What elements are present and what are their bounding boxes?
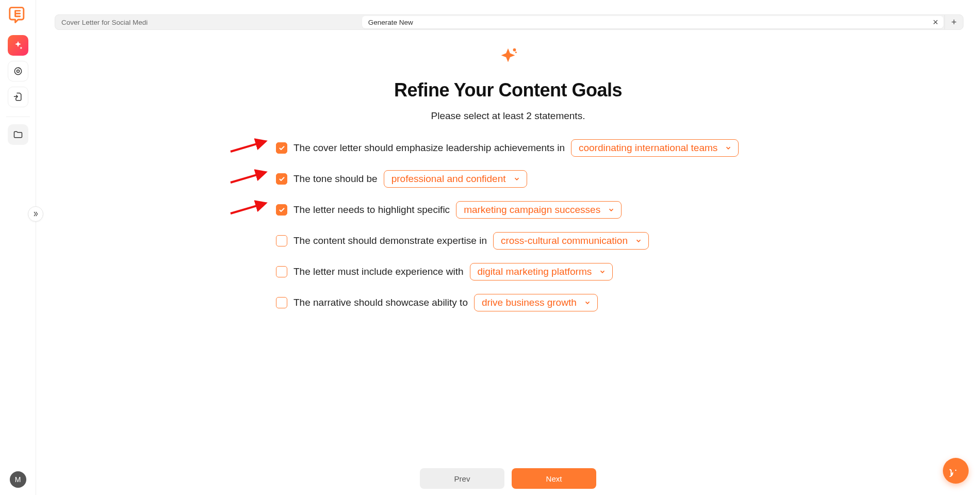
svg-point-3 [515,52,517,53]
dropdown-value: cross-cultural communication [501,235,628,246]
annotation-arrow [228,169,270,185]
statement-row: The tone should be professional and conf… [276,170,740,188]
annotation-arrow [228,138,270,154]
avatar-initial: M [15,475,21,484]
chevron-down-icon [608,206,615,213]
annotation-arrow [228,200,270,216]
dropdown-value: digital marketing platforms [478,266,592,277]
chevron-down-icon [513,175,520,183]
svg-point-0 [14,68,21,74]
svg-line-6 [231,203,266,213]
statement-row: The letter must include experience with … [276,263,740,280]
sidebar: M [0,0,36,495]
statement-checkbox[interactable] [276,266,287,277]
nav-export[interactable] [8,87,28,107]
dropdown-value: marketing campaign successes [464,204,600,216]
wizard-footer: Prev Next [36,468,980,489]
svg-point-2 [513,48,516,52]
statement-row: The content should demonstrate expertise… [276,232,740,250]
nav-generate[interactable] [8,35,28,56]
statement-option-dropdown[interactable]: digital marketing platforms [470,263,613,280]
wizard-content: Refine Your Content Goals Please select … [36,30,980,495]
chevron-down-icon [599,268,606,275]
chevron-down-icon [725,144,732,152]
nav-history[interactable] [8,61,28,81]
tab-add-button[interactable]: + [944,15,963,29]
dropdown-value: drive business growth [482,297,577,308]
tabs-container: Cover Letter for Social Medi Generate Ne… [36,0,980,30]
help-fab[interactable] [943,458,969,484]
statement-text: The letter must include experience with [293,266,464,277]
sparkle-icon [496,45,520,69]
tab-cover-letter[interactable]: Cover Letter for Social Medi [55,15,361,29]
statement-text: The narrative should showcase ability to [293,297,468,308]
app-logo[interactable] [8,5,28,25]
statement-text: The letter needs to highlight specific [293,204,450,216]
next-button[interactable]: Next [512,468,596,489]
statement-checkbox[interactable] [276,173,287,185]
statements-list: The cover letter should emphasize leader… [276,139,740,311]
statement-checkbox[interactable] [276,204,287,216]
tab-close-icon[interactable]: × [933,18,938,27]
chevron-down-icon [635,237,642,244]
svg-point-7 [955,470,956,471]
statement-option-dropdown[interactable]: cross-cultural communication [493,232,649,250]
sidebar-divider [6,117,30,117]
user-avatar[interactable]: M [10,471,26,488]
page-title: Refine Your Content Goals [394,79,622,101]
statement-text: The tone should be [293,173,378,185]
statement-option-dropdown[interactable]: professional and confident [384,170,527,188]
page-subtitle: Please select at least 2 statements. [431,110,585,122]
statement-option-dropdown[interactable]: coordinating international teams [571,139,739,157]
svg-line-5 [231,172,266,183]
statement-text: The cover letter should emphasize leader… [293,142,565,154]
nav-folder[interactable] [8,124,28,145]
svg-line-4 [231,141,266,152]
statement-text: The content should demonstrate expertise… [293,235,487,246]
chevron-down-icon [584,299,591,306]
statement-row: The cover letter should emphasize leader… [276,139,740,157]
statement-option-dropdown[interactable]: drive business growth [474,294,598,311]
statement-checkbox[interactable] [276,297,287,308]
statement-row: The narrative should showcase ability to… [276,294,740,311]
dropdown-value: coordinating international teams [579,142,717,154]
tab-generate-new[interactable]: Generate New × [362,16,943,28]
prev-button[interactable]: Prev [420,468,504,489]
tab-label: Cover Letter for Social Medi [61,19,148,26]
tab-label: Generate New [368,19,413,26]
svg-point-1 [17,70,19,73]
dropdown-value: professional and confident [391,173,506,185]
main-area: Cover Letter for Social Medi Generate Ne… [36,0,980,495]
statement-option-dropdown[interactable]: marketing campaign successes [456,201,622,219]
statement-checkbox[interactable] [276,235,287,246]
statement-row: The letter needs to highlight specific m… [276,201,740,219]
statement-checkbox[interactable] [276,142,287,154]
tab-bar: Cover Letter for Social Medi Generate Ne… [55,14,963,30]
